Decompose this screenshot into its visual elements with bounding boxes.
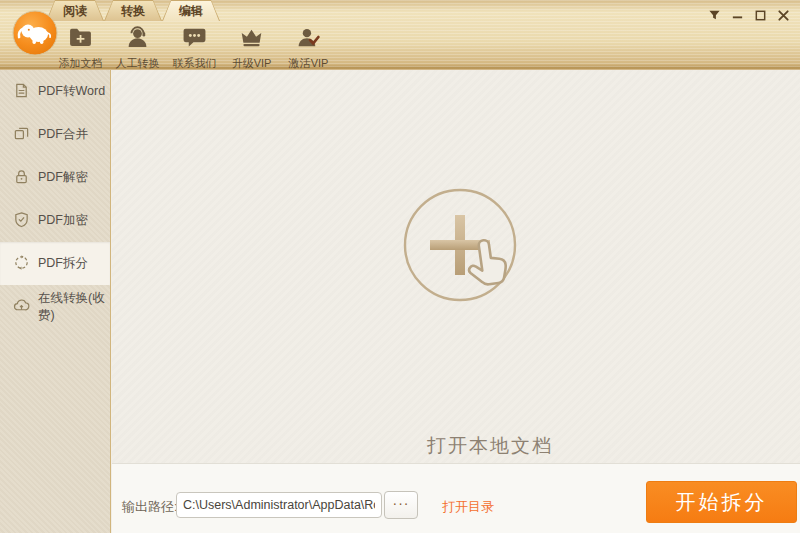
open-directory-link[interactable]: 打开目录 bbox=[442, 498, 494, 516]
sidebar-item-pdf-decrypt[interactable]: PDF解密 bbox=[0, 156, 110, 199]
browse-button[interactable]: ··· bbox=[384, 491, 418, 519]
activate-vip-icon bbox=[296, 25, 321, 54]
tab-edit[interactable]: 编辑 bbox=[162, 0, 220, 21]
add-document-label: 添加文档 bbox=[59, 56, 103, 71]
manual-convert-label: 人工转换 bbox=[116, 56, 160, 71]
contact-us-button[interactable]: 联系我们 bbox=[166, 25, 223, 71]
sidebar-item-label: PDF解密 bbox=[38, 169, 88, 186]
open-local-document-label: 打开本地文档 bbox=[360, 433, 620, 459]
sidebar-item-label: PDF合并 bbox=[38, 126, 88, 143]
contact-us-label: 联系我们 bbox=[173, 56, 217, 71]
main-content: 打开本地文档 bbox=[112, 70, 800, 463]
sidebar-item-pdf-encrypt[interactable]: PDF加密 bbox=[0, 199, 110, 242]
add-document-icon bbox=[68, 25, 93, 54]
sidebar-item-label: PDF转Word bbox=[38, 83, 105, 100]
manual-convert-button[interactable]: 人工转换 bbox=[109, 25, 166, 71]
sidebar-item-label: PDF加密 bbox=[38, 212, 88, 229]
toolbar: 添加文档 人工转换 联系我们 bbox=[52, 25, 337, 71]
sidebar-item-pdf-split[interactable]: PDF拆分 bbox=[0, 242, 110, 285]
sidebar-item-pdf-merge[interactable]: PDF合并 bbox=[0, 113, 110, 156]
maximize-icon[interactable] bbox=[753, 8, 767, 22]
contact-us-icon bbox=[182, 25, 207, 54]
pdf-tool-window: 阅读 转换 编辑 bbox=[0, 0, 800, 533]
sidebar: PDF转Word PDF合并 PDF解密 PDF加密 bbox=[0, 70, 111, 533]
minimize-icon[interactable] bbox=[730, 8, 744, 22]
mode-tabs: 阅读 转换 编辑 bbox=[46, 0, 220, 21]
open-local-document-button[interactable]: 打开本地文档 bbox=[400, 185, 580, 375]
sidebar-item-label: PDF拆分 bbox=[38, 255, 88, 272]
manual-convert-icon bbox=[125, 25, 150, 54]
sidebar-item-pdf-to-word[interactable]: PDF转Word bbox=[0, 70, 110, 113]
pdf-to-word-icon bbox=[13, 82, 30, 102]
title-bar: 阅读 转换 编辑 bbox=[0, 0, 800, 70]
sidebar-item-label: 在线转换(收费) bbox=[38, 290, 110, 324]
start-split-button[interactable]: 开始拆分 bbox=[646, 481, 797, 523]
pdf-split-icon bbox=[13, 254, 30, 274]
upgrade-vip-icon bbox=[239, 25, 264, 54]
upgrade-vip-label: 升级VIP bbox=[232, 56, 272, 71]
pdf-merge-icon bbox=[13, 125, 30, 145]
activate-vip-label: 激活VIP bbox=[289, 56, 329, 71]
pdf-encrypt-icon bbox=[13, 211, 30, 231]
hand-click-icon bbox=[454, 233, 520, 302]
sidebar-item-online-convert[interactable]: 在线转换(收费) bbox=[0, 285, 110, 328]
upgrade-vip-button[interactable]: 升级VIP bbox=[223, 25, 280, 71]
skin-menu-icon[interactable] bbox=[707, 8, 721, 22]
add-document-button[interactable]: 添加文档 bbox=[52, 25, 109, 71]
online-convert-icon bbox=[13, 297, 30, 317]
close-icon[interactable] bbox=[776, 8, 790, 22]
tab-convert-label: 转换 bbox=[105, 1, 161, 21]
output-path-label: 输出路径: bbox=[122, 498, 178, 516]
tab-edit-label: 编辑 bbox=[163, 1, 219, 21]
activate-vip-button[interactable]: 激活VIP bbox=[280, 25, 337, 71]
window-controls bbox=[707, 8, 790, 22]
output-path-input[interactable] bbox=[176, 492, 382, 518]
footer-bar: 输出路径: ··· 打开目录 开始拆分 bbox=[112, 463, 800, 533]
tab-convert[interactable]: 转换 bbox=[104, 0, 162, 21]
pdf-decrypt-icon bbox=[13, 168, 30, 188]
